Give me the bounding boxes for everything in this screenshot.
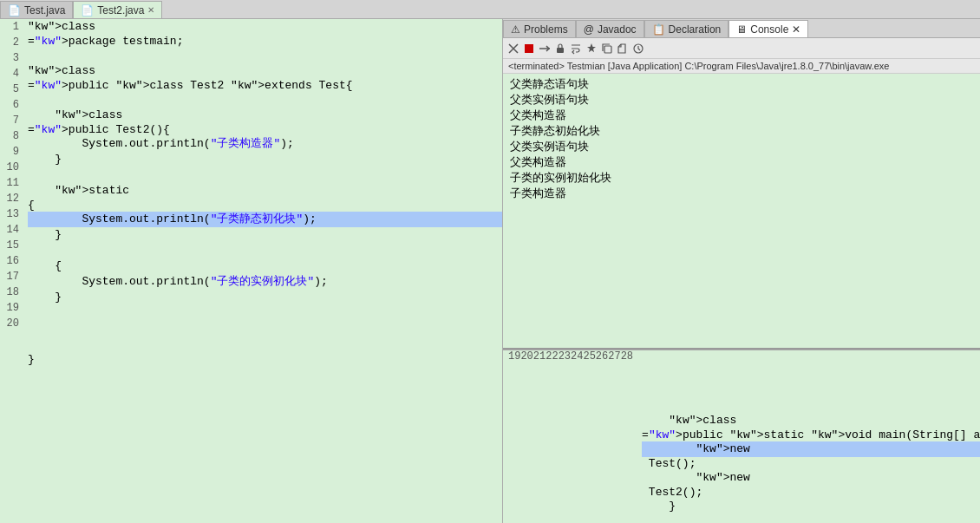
line-number: 21 xyxy=(533,350,546,363)
line-number: 28 xyxy=(621,350,633,363)
line-number: 4 xyxy=(5,66,19,82)
clear-console-button[interactable] xyxy=(506,42,520,56)
code-line: "kw">new xyxy=(642,441,980,457)
console-line: 父类实例语句块 xyxy=(510,140,973,155)
scroll-lock-button[interactable] xyxy=(553,42,567,56)
close-tab-icon[interactable]: ✕ xyxy=(147,5,154,15)
line-number: 20 xyxy=(520,350,532,363)
word-wrap-button[interactable] xyxy=(569,42,583,56)
code-line xyxy=(642,397,980,413)
copy-button[interactable] xyxy=(600,42,614,56)
terminated-bar: <terminated> Testmian [Java Application]… xyxy=(503,59,980,74)
code-line: System.out.println("子类静态初化块"); xyxy=(28,212,502,227)
tab-declaration-label: Declaration xyxy=(669,23,722,36)
code-line: } xyxy=(28,152,502,167)
tab-test2-java[interactable]: 📄 Test2.java ✕ xyxy=(73,1,162,18)
open-file-button[interactable] xyxy=(616,42,630,56)
tab-javadoc-label: Javadoc xyxy=(598,23,637,36)
bottom-code-lines[interactable]: "kw">class="kw">public "kw">static "kw">… xyxy=(638,350,980,523)
code-area[interactable]: 1234567891011121314151617181920 "kw">cla… xyxy=(0,19,502,523)
line-number: 5 xyxy=(5,82,19,97)
code-line xyxy=(28,243,502,258)
line-numbers: 1234567891011121314151617181920 xyxy=(0,19,24,523)
code-line xyxy=(642,350,980,366)
line-number: 14 xyxy=(5,222,19,238)
line-number: 1 xyxy=(5,19,19,35)
main-layout: 1234567891011121314151617181920 "kw">cla… xyxy=(0,19,980,523)
code-line xyxy=(28,337,502,352)
console-line: 子类构造器 xyxy=(510,186,973,202)
code-line: { xyxy=(28,258,502,274)
tab-test-java[interactable]: 📄 Test.java xyxy=(0,1,73,18)
tab-console[interactable]: 🖥 Console ✕ xyxy=(728,20,808,37)
terminated-text: <terminated> Testmian [Java Application]… xyxy=(508,61,889,71)
line-number: 12 xyxy=(5,191,19,206)
line-number: 7 xyxy=(5,113,19,128)
line-number: 17 xyxy=(5,269,19,284)
line-number: 22 xyxy=(546,350,558,363)
line-number: 27 xyxy=(608,350,620,363)
stop-button[interactable] xyxy=(522,42,536,56)
line-number: 10 xyxy=(5,160,19,175)
line-number: 20 xyxy=(5,316,19,331)
line-number: 26 xyxy=(596,350,608,363)
warning-icon: ⚠ xyxy=(511,23,520,36)
properties-button[interactable] xyxy=(631,42,645,56)
line-number: 24 xyxy=(571,350,583,363)
bottom-code-area[interactable]: 19202122232425262728 "kw">class="kw">pub… xyxy=(503,350,980,523)
line-number: 6 xyxy=(5,97,19,113)
code-line: "kw">class xyxy=(642,413,980,428)
bottom-line-numbers: 19202122232425262728 xyxy=(503,350,638,523)
code-line: "kw">class xyxy=(28,108,502,123)
console-icon: 🖥 xyxy=(736,23,747,36)
tab-problems[interactable]: ⚠ Problems xyxy=(503,20,576,37)
code-line: "kw">static xyxy=(28,183,502,199)
console-line: 父类构造器 xyxy=(510,108,973,124)
tab-javadoc[interactable]: @ Javadoc xyxy=(576,20,644,37)
line-number: 2 xyxy=(5,35,19,50)
bottom-code-pane: 19202122232425262728 "kw">class="kw">pub… xyxy=(503,350,980,523)
code-line xyxy=(28,321,502,337)
code-lines[interactable]: "kw">class="kw">package testmain; "kw">c… xyxy=(24,19,502,523)
line-number: 19 xyxy=(5,300,19,316)
line-number: 25 xyxy=(583,350,595,363)
code-line: "kw">class xyxy=(28,63,502,79)
remove-launch-button[interactable] xyxy=(538,42,552,56)
code-line: "kw">new xyxy=(642,470,980,486)
code-line: } xyxy=(28,290,502,305)
line-number: 8 xyxy=(5,128,19,144)
close-console-tab-icon[interactable]: ✕ xyxy=(792,23,800,36)
tab-label: Test.java xyxy=(24,4,65,16)
tab-declaration[interactable]: 📋 Declaration xyxy=(644,20,729,37)
code-line xyxy=(642,382,980,397)
line-number: 9 xyxy=(5,144,19,160)
right-content: <terminated> Testmian [Java Application]… xyxy=(503,59,980,523)
line-number: 23 xyxy=(559,350,571,363)
declaration-icon: 📋 xyxy=(652,23,665,36)
file-icon: 📄 xyxy=(8,4,21,16)
pin-button[interactable] xyxy=(585,42,598,56)
console-line: 父类静态语句块 xyxy=(510,77,973,93)
console-toolbar xyxy=(503,38,980,59)
console-line: 父类构造器 xyxy=(510,155,973,171)
line-number: 3 xyxy=(5,50,19,66)
line-number: 13 xyxy=(5,206,19,222)
code-line xyxy=(28,48,502,63)
code-line xyxy=(28,305,502,321)
code-line xyxy=(642,514,980,523)
code-line: System.out.println("子类构造器"); xyxy=(28,136,502,152)
line-number: 15 xyxy=(5,238,19,253)
console-top: <terminated> Testmian [Java Application]… xyxy=(503,59,980,348)
code-line: } xyxy=(642,499,980,514)
console-output[interactable]: 父类静态语句块父类实例语句块父类构造器子类静态初始化块父类实例语句块父类构造器子… xyxy=(503,74,980,348)
console-line: 子类的实例初始化块 xyxy=(510,171,973,186)
code-line: } xyxy=(28,227,502,243)
file-icon: 📄 xyxy=(81,4,94,16)
console-line: 子类静态初始化块 xyxy=(510,124,973,140)
code-line xyxy=(28,92,502,108)
code-line xyxy=(28,368,502,383)
console-line: 父类实例语句块 xyxy=(510,93,973,108)
right-tab-bar: ⚠ Problems @ Javadoc 📋 Declaration 🖥 Con… xyxy=(503,19,980,38)
code-line xyxy=(28,167,502,183)
code-line: System.out.println("子类的实例初化块"); xyxy=(28,274,502,290)
